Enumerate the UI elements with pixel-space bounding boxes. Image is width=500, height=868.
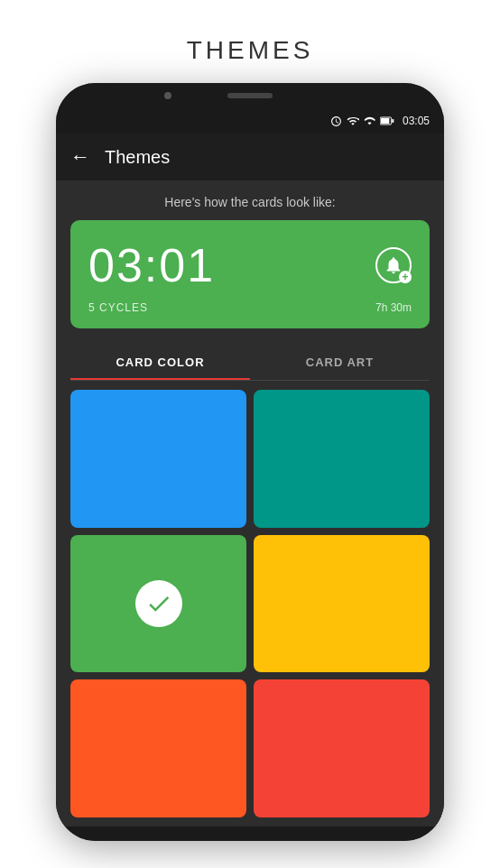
status-bar: 03:05: [56, 108, 444, 134]
page-title: THEMES: [187, 36, 314, 65]
front-camera: [164, 92, 171, 99]
card-timer-row: 03:01: [88, 238, 412, 292]
status-icons: 03:05: [330, 115, 430, 127]
color-option-yellow[interactable]: [254, 535, 430, 673]
tab-card-color[interactable]: CARD COLOR: [70, 343, 250, 380]
card-alarm-icon: [375, 247, 412, 283]
content-area: Here's how the cards look like: 03:01 5 …: [56, 180, 444, 826]
selected-checkmark: [135, 580, 182, 627]
back-button[interactable]: ←: [70, 145, 90, 169]
card-preview: 03:01 5 CYCLES 7h 30m: [70, 220, 430, 328]
speaker: [227, 93, 273, 98]
svg-rect-1: [381, 118, 389, 124]
app-toolbar: ← Themes: [56, 134, 444, 180]
color-option-teal[interactable]: [254, 390, 430, 528]
tabs-row: CARD COLOR CARD ART: [70, 343, 430, 381]
color-option-orange[interactable]: [70, 679, 246, 817]
signal-icon: [364, 115, 375, 127]
card-footer: 5 CYCLES 7h 30m: [88, 301, 412, 314]
color-option-blue[interactable]: [70, 390, 246, 528]
phone-shell: 03:05 ← Themes Here's how the cards look…: [56, 83, 444, 841]
card-cycles: 5 CYCLES: [88, 301, 148, 314]
alarm-bell-icon: [384, 255, 403, 275]
check-icon: [145, 590, 172, 617]
status-time: 03:05: [403, 115, 430, 127]
wifi-icon: [347, 115, 359, 127]
battery-icon: [380, 115, 394, 126]
tab-card-art[interactable]: CARD ART: [250, 343, 430, 380]
color-option-green[interactable]: [70, 535, 246, 673]
alarm-icon: [330, 115, 342, 127]
phone-top-bar: [56, 83, 444, 108]
preview-label: Here's how the cards look like:: [164, 195, 335, 209]
phone-bottom-bar: [56, 826, 444, 841]
color-option-red[interactable]: [254, 679, 430, 817]
screen-title: Themes: [105, 147, 170, 168]
app-screen: ← Themes Here's how the cards look like:…: [56, 134, 444, 826]
svg-rect-2: [392, 119, 394, 123]
card-duration: 7h 30m: [375, 301, 412, 314]
color-grid: [70, 381, 430, 826]
card-time: 03:01: [88, 238, 215, 292]
